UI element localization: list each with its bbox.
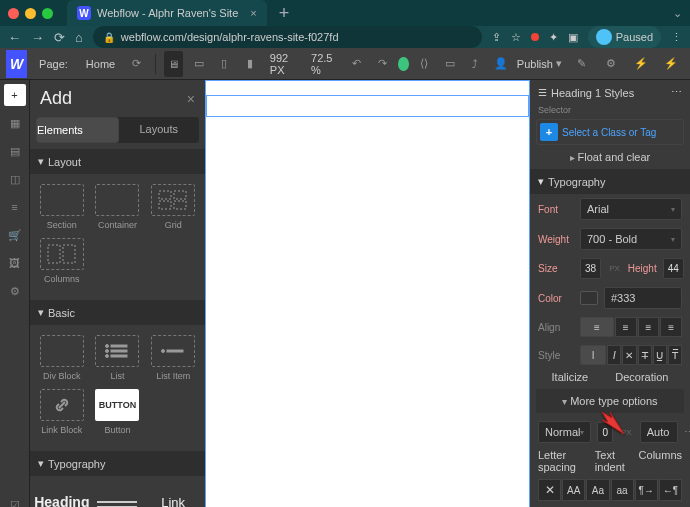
size-input[interactable]: 38: [580, 258, 601, 279]
align-left-icon[interactable]: ≡: [580, 317, 614, 337]
back-button[interactable]: ←: [8, 30, 21, 45]
breakpoint-desktop-icon[interactable]: 🖥: [164, 51, 184, 77]
redo-icon[interactable]: ↷: [372, 51, 392, 77]
reload-button[interactable]: ⟳: [54, 30, 65, 45]
undo-icon[interactable]: ↶: [347, 51, 367, 77]
more-type-options[interactable]: ▾ More type options: [536, 389, 684, 413]
interactions-icon[interactable]: ⚡: [628, 51, 654, 77]
color-input[interactable]: #333: [604, 287, 682, 309]
style-menu-icon[interactable]: ⋯: [671, 86, 682, 99]
publish-button[interactable]: Publish ▾: [517, 57, 562, 70]
close-window-icon[interactable]: [8, 8, 19, 19]
close-tab-icon[interactable]: ×: [250, 7, 256, 19]
lowercase-icon[interactable]: aa: [611, 479, 634, 501]
element-div-block[interactable]: Div Block: [34, 331, 90, 385]
home-button[interactable]: ⌂: [75, 30, 83, 45]
float-clear-toggle[interactable]: ▸ Float and clear: [530, 145, 690, 169]
page-selector[interactable]: Home: [80, 58, 121, 70]
add-element-button[interactable]: +: [4, 84, 26, 106]
italic-none-icon[interactable]: I: [580, 345, 606, 365]
share-icon[interactable]: 👤: [491, 51, 511, 77]
share-icon[interactable]: ⇪: [492, 31, 501, 44]
uppercase-icon[interactable]: AA: [562, 479, 585, 501]
maximize-window-icon[interactable]: [42, 8, 53, 19]
tabs-overflow-icon[interactable]: ⌄: [673, 7, 682, 20]
direction-ltr-icon[interactable]: ¶→: [635, 479, 658, 501]
direction-rtl-icon[interactable]: ←¶: [659, 479, 682, 501]
breakpoint-mobile-landscape-icon[interactable]: ▯: [215, 51, 235, 77]
settings-icon[interactable]: ⚙: [598, 51, 624, 77]
element-columns[interactable]: Columns: [34, 234, 90, 288]
refresh-icon[interactable]: ⟳: [127, 51, 147, 77]
assets-icon[interactable]: 🖼: [4, 252, 26, 274]
cms-icon[interactable]: ≡: [4, 196, 26, 218]
navigator-icon[interactable]: ▦: [4, 112, 26, 134]
color-swatch[interactable]: [580, 291, 598, 305]
bookmark-icon[interactable]: ☆: [511, 31, 521, 44]
brush-icon[interactable]: ✎: [568, 51, 594, 77]
element-button[interactable]: BUTTONButton: [90, 385, 146, 439]
element-list-item[interactable]: List Item: [145, 331, 201, 385]
element-grid[interactable]: Grid: [145, 180, 201, 234]
settings-icon[interactable]: ⚙: [4, 280, 26, 302]
decoration-none-icon[interactable]: ✕: [622, 345, 636, 365]
capitalize-icon[interactable]: Aa: [586, 479, 609, 501]
add-class-icon[interactable]: +: [540, 123, 558, 141]
align-center-icon[interactable]: ≡: [615, 317, 637, 337]
element-paragraph[interactable]: Paragraph: [90, 482, 146, 507]
artboard-body[interactable]: [205, 80, 530, 507]
section-basic[interactable]: ▾ Basic: [30, 300, 205, 325]
section-typography[interactable]: ▾ Typography: [30, 451, 205, 476]
preview-icon[interactable]: ▭: [440, 51, 460, 77]
overline-icon[interactable]: T̅: [668, 345, 682, 365]
strike-icon[interactable]: T̶: [638, 345, 652, 365]
capitalize-none-icon[interactable]: ✕: [538, 479, 561, 501]
section-layout[interactable]: ▾ Layout: [30, 149, 205, 174]
line-height-mode[interactable]: Normal▾: [538, 421, 591, 443]
extensions-menu-icon[interactable]: ✦: [549, 31, 558, 44]
breakpoint-tablet-icon[interactable]: ▭: [189, 51, 209, 77]
columns-input[interactable]: Auto: [640, 421, 678, 443]
canvas-width[interactable]: 992: [270, 52, 288, 64]
minimize-window-icon[interactable]: [25, 8, 36, 19]
checklist-icon[interactable]: ☑: [4, 494, 26, 507]
export-icon[interactable]: ⤴: [466, 51, 486, 77]
close-panel-icon[interactable]: ×: [187, 91, 195, 107]
columns-menu-icon[interactable]: ⋯: [684, 426, 690, 439]
indent-input[interactable]: 0: [597, 422, 613, 443]
weight-select[interactable]: 700 - Bold▾: [580, 228, 682, 250]
element-section[interactable]: Section: [34, 180, 90, 234]
extension-icon[interactable]: [531, 33, 539, 41]
breakpoint-mobile-icon[interactable]: ▮: [240, 51, 260, 77]
element-link-block[interactable]: Link Block: [34, 385, 90, 439]
height-input[interactable]: 44: [663, 258, 684, 279]
browser-menu-icon[interactable]: ⋮: [671, 31, 682, 44]
pages-icon[interactable]: ▤: [4, 140, 26, 162]
align-right-icon[interactable]: ≡: [638, 317, 660, 337]
element-list[interactable]: List: [90, 331, 146, 385]
forward-button[interactable]: →: [31, 30, 44, 45]
align-justify-icon[interactable]: ≡: [660, 317, 682, 337]
code-icon[interactable]: ⟨⟩: [415, 51, 435, 77]
element-heading[interactable]: HeadingHeading: [34, 482, 90, 507]
address-bar[interactable]: 🔒 webflow.com/design/alphr-ravens-site-f…: [93, 26, 482, 48]
ecommerce-icon[interactable]: 🛒: [4, 224, 26, 246]
class-selector[interactable]: + Select a Class or Tag: [536, 119, 684, 145]
webflow-logo-icon[interactable]: W: [6, 50, 27, 78]
font-select[interactable]: Arial▾: [580, 198, 682, 220]
extension-icon[interactable]: ▣: [568, 31, 578, 44]
effects-icon[interactable]: ⚡: [658, 51, 684, 77]
tab-elements[interactable]: Elements: [36, 117, 119, 143]
zoom-level[interactable]: 72.5: [311, 52, 332, 64]
underline-icon[interactable]: U̲: [653, 345, 667, 365]
tab-layouts[interactable]: Layouts: [119, 117, 200, 143]
components-icon[interactable]: ◫: [4, 168, 26, 190]
browser-tab[interactable]: W Webflow - Alphr Raven's Site ×: [67, 0, 267, 26]
element-text-link[interactable]: LinkText Link: [145, 482, 201, 507]
canvas[interactable]: [205, 80, 530, 507]
new-tab-button[interactable]: +: [273, 3, 296, 24]
profile-paused-badge[interactable]: Paused: [588, 26, 661, 48]
element-container[interactable]: Container: [90, 180, 146, 234]
typography-section[interactable]: ▾ Typography: [530, 169, 690, 194]
italic-icon[interactable]: I: [607, 345, 621, 365]
